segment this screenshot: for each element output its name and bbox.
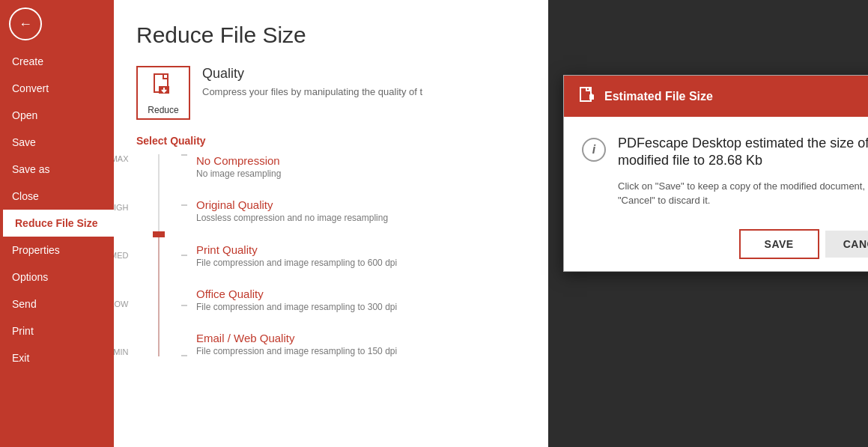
reduce-icon [150, 71, 177, 103]
quality-option-desc-2: File compression and image resampling to… [196, 258, 397, 268]
sidebar-item-send[interactable]: Send [0, 291, 114, 317]
sidebar-item-options[interactable]: Options [0, 264, 114, 291]
slider-container[interactable]: MAX HIGH MED LOW MIN [136, 154, 181, 356]
sidebar-item-create[interactable]: Create [0, 48, 114, 75]
quality-option-title-4: Email / Web Quality [196, 332, 397, 344]
sidebar-item-properties[interactable]: Properties [0, 237, 114, 264]
quality-option-desc-1: Lossless compression and no image resamp… [196, 213, 397, 223]
sidebar-item-open[interactable]: Open [0, 102, 114, 129]
quality-option-desc-3: File compression and image resampling to… [196, 302, 397, 312]
tick-1 [181, 154, 187, 156]
tick-3 [181, 255, 187, 256]
quality-slider-area: MAX HIGH MED LOW MIN No Compression No i… [136, 154, 526, 356]
label-med: MED [114, 251, 129, 260]
sidebar-item-save[interactable]: Save [0, 129, 114, 156]
quality-option-title-2: Print Quality [196, 243, 397, 256]
slider-track [158, 154, 160, 356]
sidebar: ← CreateConvertOpenSaveSave asCloseReduc… [0, 0, 114, 447]
quality-icon-box: Reduce [136, 66, 190, 120]
dark-area: Estimated File Size i PDFescape Desktop … [548, 0, 868, 447]
quality-desc: Compress your files by manipulating the … [202, 86, 422, 97]
sidebar-item-reduce-file-size[interactable]: Reduce File Size [0, 210, 114, 237]
slider-ticks [181, 154, 187, 356]
slider-fill [158, 235, 160, 356]
cancel-button[interactable]: CANCEL [825, 231, 868, 258]
tick-2 [181, 204, 187, 206]
slider-thumb[interactable] [153, 231, 165, 237]
modal-body: i PDFescape Desktop estimated the size o… [564, 117, 868, 220]
modal-footer: SAVE CANCEL [564, 220, 868, 271]
quality-title: Quality [202, 66, 422, 82]
quality-option-3: Office Quality File compression and imag… [196, 288, 397, 312]
quality-options: No Compression No image resampling Origi… [196, 154, 397, 356]
modal-title: Estimated File Size [604, 90, 713, 103]
back-button[interactable]: ← [9, 7, 42, 40]
label-high: HIGH [114, 203, 129, 212]
label-max: MAX [114, 154, 129, 163]
quality-option-desc-0: No image resampling [196, 168, 397, 179]
save-button[interactable]: SAVE [739, 229, 819, 259]
quality-option-title-0: No Compression [196, 154, 397, 167]
quality-option-4: Email / Web Quality File compression and… [196, 332, 397, 356]
quality-icon-label: Reduce [148, 105, 178, 115]
sidebar-item-exit[interactable]: Exit [0, 344, 114, 371]
svg-rect-5 [586, 88, 589, 91]
quality-option-title-3: Office Quality [196, 288, 397, 300]
select-quality-label: Select Quality [136, 135, 526, 147]
label-min: MIN [114, 347, 129, 356]
quality-option-2: Print Quality File compression and image… [196, 243, 397, 268]
modal-header: Estimated File Size [564, 76, 868, 117]
page-title: Reduce File Size [136, 22, 526, 48]
sidebar-item-convert[interactable]: Convert [0, 75, 114, 102]
quality-option-desc-4: File compression and image resampling to… [196, 346, 397, 356]
modal-heading: PDFescape Desktop estimated the size of … [618, 135, 868, 170]
modal-dialog: Estimated File Size i PDFescape Desktop … [563, 75, 868, 272]
modal-body-text: Click on "Save" to keep a copy of the mo… [618, 179, 868, 208]
back-icon: ← [19, 16, 32, 32]
quality-option-0: No Compression No image resampling [196, 154, 397, 179]
quality-description: Quality Compress your files by manipulat… [202, 66, 422, 97]
info-icon: i [582, 138, 606, 162]
tick-4 [181, 305, 187, 306]
sidebar-item-save-as[interactable]: Save as [0, 156, 114, 183]
sidebar-item-print[interactable]: Print [0, 317, 114, 344]
sidebar-item-close[interactable]: Close [0, 183, 114, 210]
label-low: LOW [114, 299, 129, 308]
estimated-icon [579, 86, 595, 106]
tick-5 [181, 355, 187, 356]
slider-labels: MAX HIGH MED LOW MIN [114, 154, 129, 356]
quality-section: Reduce Quality Compress your files by ma… [136, 66, 526, 120]
main-panel: Reduce File Size Reduce Quality Compress… [114, 0, 548, 447]
quality-option-title-1: Original Quality [196, 198, 397, 211]
quality-option-1: Original Quality Lossless compression an… [196, 198, 397, 223]
modal-text-area: PDFescape Desktop estimated the size of … [618, 135, 868, 208]
